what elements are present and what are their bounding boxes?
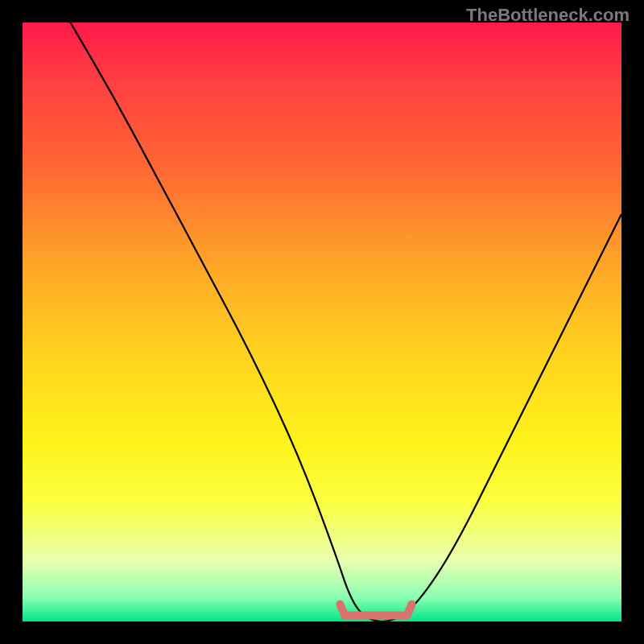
watermark-text: TheBottleneck.com — [466, 5, 630, 26]
bottleneck-curve — [71, 23, 621, 621]
chart-plot-area — [23, 23, 621, 621]
optimal-zone-marker — [340, 605, 411, 616]
chart-svg — [23, 23, 621, 621]
